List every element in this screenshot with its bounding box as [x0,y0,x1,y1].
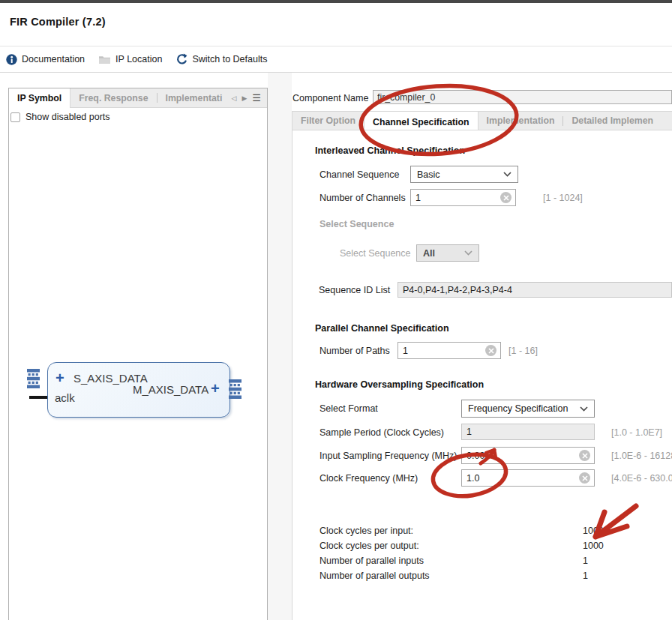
select-sequence-heading: Select Sequence [320,219,394,229]
channel-sequence-select[interactable]: Basic [410,166,518,183]
right-panel-tab-bar: Filter Option Channel Specification Impl… [292,111,672,130]
select-format-label: Select Format [320,403,378,414]
scroll-right-icon[interactable]: ▶ [242,94,247,102]
channel-sequence-label: Channel Sequence [320,169,399,180]
left-panel-tab-bar: IP Symbol Freq. Response Implementati ◁ … [9,88,267,108]
toolbar: Documentation IP Location Switch to Defa… [6,49,267,69]
tab-ip-symbol[interactable]: IP Symbol [9,88,70,108]
aclk-port-label: aclk [55,391,75,404]
interleaved-section-heading: Interleaved Channel Specification [315,145,465,156]
number-of-channels-label: Number of Channels [320,193,406,203]
select-sequence-label: Select Sequence [340,248,411,259]
tab-implementation-left[interactable]: Implementati [158,88,231,107]
ip-symbol-panel: IP Symbol Freq. Response Implementati ◁ … [8,88,268,620]
input-sampling-frequency-range: [1.0E-6 - 161280 [611,451,672,461]
input-sampling-frequency-label: Input Sampling Frequency (MHz) [320,451,457,461]
sequence-id-list-label: Sequence ID List [319,285,390,295]
divider [0,46,672,46]
select-sequence-select: All [416,244,479,262]
input-sampling-frequency-input[interactable] [461,447,595,464]
clock-cycles-per-input-label: Clock cycles per input: [320,526,413,536]
expand-plus-icon[interactable]: + [56,371,64,385]
show-disabled-ports-label: Show disabled ports [26,112,110,122]
chevron-down-icon [503,172,512,177]
clock-cycles-per-output-value: 1000 [583,541,604,551]
number-of-paths-range: [1 - 16] [508,346,538,356]
sample-period-range: [1.0 - 1.0E7] [611,427,662,438]
tab-menu-icon[interactable]: ☰ [252,92,261,103]
divider [0,72,672,73]
number-of-paths-label: Number of Paths [320,346,390,356]
switch-to-defaults-button[interactable]: Switch to Defaults [176,53,267,65]
clear-field-icon[interactable] [500,192,512,203]
show-disabled-ports-checkbox[interactable] [10,112,20,122]
hardware-section-heading: Hardware Oversampling Specification [315,379,484,390]
number-of-parallel-inputs-label: Number of parallel inputs [320,556,424,566]
s-axis-bus-interface-icon[interactable] [27,369,40,388]
fir-compiler-dialog: FIR Compiler (7.2) Documentation IP Loca… [0,0,672,620]
panel-gap [268,73,292,620]
clock-frequency-range: [4.0E-6 - 630.0] [611,473,672,484]
number-of-parallel-inputs-value: 1 [583,556,588,566]
clear-field-icon[interactable] [485,345,496,356]
expand-plus-icon[interactable]: + [211,382,220,395]
sample-period-field [461,424,595,440]
number-of-parallel-outputs-label: Number of parallel outputs [320,571,430,581]
scroll-left-icon[interactable]: ◁ [232,94,237,102]
tab-channel-specification[interactable]: Channel Specification [364,112,478,130]
m-axis-bus-interface-icon[interactable] [229,379,242,399]
tab-scroll-controls: ◁ ▶ ☰ [232,88,268,107]
clock-cycles-per-input-value: 1000 [583,526,604,536]
page-title: FIR Compiler (7.2) [10,16,106,28]
tab-implementation[interactable]: Implementation [478,112,563,130]
refresh-icon [176,53,188,65]
aclk-pin-icon [29,396,47,399]
switch-to-defaults-label: Switch to Defaults [192,54,267,64]
sequence-id-list-field [398,282,672,298]
number-of-channels-range: [1 - 1024] [543,193,583,203]
clock-frequency-input[interactable] [461,469,595,487]
sample-period-label: Sample Period (Clock Cycles) [320,427,444,438]
documentation-label: Documentation [22,54,85,64]
number-of-parallel-outputs-value: 1 [583,571,588,581]
ip-location-button[interactable]: IP Location [98,54,162,64]
component-name-input[interactable] [373,90,672,104]
ip-location-label: IP Location [116,54,162,64]
clock-cycles-per-output-label: Clock cycles per output: [320,541,419,551]
clear-field-icon[interactable] [579,472,590,484]
documentation-button[interactable]: Documentation [6,54,85,65]
m-axis-data-port-label: M_AXIS_DATA [133,383,208,396]
chevron-down-icon [580,406,588,412]
tab-freq-response[interactable]: Freq. Response [70,88,156,107]
clear-field-icon[interactable] [579,450,590,461]
folder-icon [98,54,111,64]
select-format-select[interactable]: Frequency Specification [461,400,595,418]
window-top-border [0,0,672,3]
tab-detailed-implementation[interactable]: Detailed Implemen [563,112,662,130]
chevron-down-icon [464,250,472,256]
clock-frequency-label: Clock Frequency (MHz) [320,473,418,484]
info-icon [6,54,17,65]
component-name-label: Component Name [292,93,368,103]
parallel-section-heading: Parallel Channel Specification [315,323,449,334]
tab-filter-options[interactable]: Filter Option [292,112,364,130]
